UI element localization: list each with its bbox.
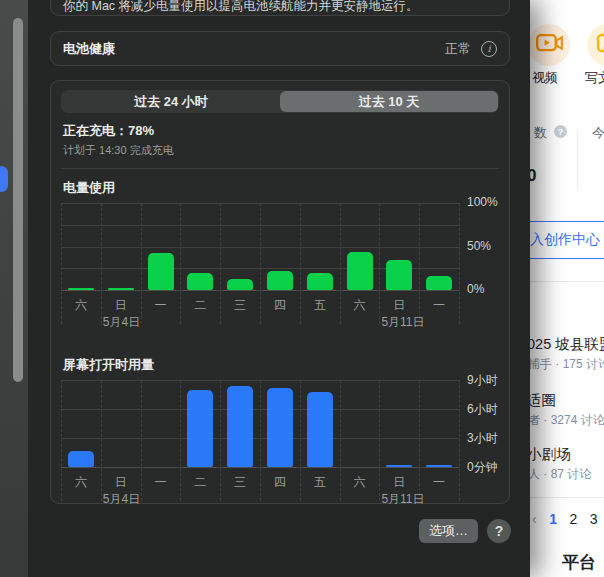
stats-help-icon[interactable]: ? [554, 125, 567, 138]
sidebar-active-item-indicator[interactable] [0, 166, 8, 192]
charging-schedule: 计划于 14:30 完成充电 [63, 143, 497, 158]
battery-usage-chart: 100%50%0%六日一二三四五六日一5月4日5月11日 [61, 203, 499, 342]
topic-title-2[interactable]: 适圈 [527, 391, 556, 410]
bar-二-3 [187, 273, 213, 290]
topic-meta-2: 者 · 3274 讨论 [528, 412, 604, 429]
pagination-page-2[interactable]: 2 [565, 511, 581, 527]
tab-last-10-days[interactable]: 过去 10 天 [280, 91, 498, 112]
video-action-label[interactable]: 视频 [532, 69, 558, 87]
divider [61, 168, 499, 169]
bar-五-6 [307, 273, 333, 290]
sidebar-scrollbar[interactable] [13, 18, 23, 382]
list-divider [530, 497, 604, 498]
battery-usage-card: 过去 24 小时 过去 10 天 正在充电：78% 计划于 14:30 完成充电… [50, 80, 510, 504]
low-power-info-card: 你的 Mac 将减少电量使用以提高电池续航能力并更安静地运行。 [50, 0, 510, 16]
time-range-segmented-control: 过去 24 小时 过去 10 天 [61, 90, 499, 113]
stats-today-fragment: 今 [592, 124, 604, 142]
bar-四-5 [267, 388, 293, 467]
bar-日-8 [386, 465, 412, 467]
pagination: ‹ 1 2 3 [528, 510, 601, 528]
low-power-description: 你的 Mac 将减少电量使用以提高电池续航能力并更安静地运行。 [63, 0, 419, 15]
video-action[interactable] [528, 24, 570, 66]
pagination-page-3[interactable]: 3 [586, 511, 602, 527]
battery-health-label: 电池健康 [63, 40, 445, 58]
topic-meta-3: 人 · 87 讨论 [528, 466, 591, 483]
topic-title-3[interactable]: 小剧场 [527, 445, 571, 464]
options-button[interactable]: 选项… [419, 519, 478, 543]
battery-health-value: 正常 [445, 40, 471, 58]
video-icon [536, 32, 563, 58]
screen-on-chart-title: 屏幕打开时用量 [63, 356, 497, 374]
write-action-label[interactable]: 写文 [585, 69, 604, 87]
screen-on-usage-chart: 9小时6小时3小时0分钟六日一二三四五六日一5月4日5月11日 [61, 380, 499, 519]
settings-sidebar-edge [0, 0, 28, 577]
bar-六-0 [68, 451, 94, 467]
bar-一-2 [148, 253, 174, 290]
bar-六-7 [347, 252, 373, 290]
bar-一-9 [426, 276, 452, 290]
write-action[interactable] [587, 24, 604, 66]
bar-三-4 [227, 279, 253, 290]
section-divider [530, 281, 604, 282]
help-button[interactable]: ? [487, 519, 511, 543]
bar-日-1 [108, 288, 134, 290]
pagination-page-1[interactable]: 1 [545, 511, 561, 527]
bar-六-0 [68, 288, 94, 290]
write-icon [596, 32, 604, 58]
battery-usage-chart-title: 电量使用 [63, 179, 497, 197]
bar-五-6 [307, 392, 333, 467]
tab-last-24-hours[interactable]: 过去 24 小时 [62, 91, 280, 112]
stats-divider [577, 130, 578, 188]
topic-title-1[interactable]: 025 坡县联盟 [527, 335, 604, 354]
bar-三-4 [227, 386, 253, 467]
bar-日-8 [386, 260, 412, 290]
footer-text-fragment: 平台 [562, 551, 596, 574]
bar-一-9 [426, 465, 452, 467]
bar-二-3 [187, 390, 213, 467]
battery-settings-panel: 你的 Mac 将减少电量使用以提高电池续航能力并更安静地运行。 电池健康 正常 … [28, 0, 530, 577]
bar-四-5 [267, 271, 293, 290]
battery-health-card: 电池健康 正常 i [50, 31, 510, 66]
topic-meta-1: 捕手 · 175 讨论 [528, 356, 604, 373]
bottom-button-row: 选项… ? [419, 519, 511, 543]
charging-status: 正在充电：78% [63, 122, 497, 140]
info-icon[interactable]: i [481, 41, 497, 57]
